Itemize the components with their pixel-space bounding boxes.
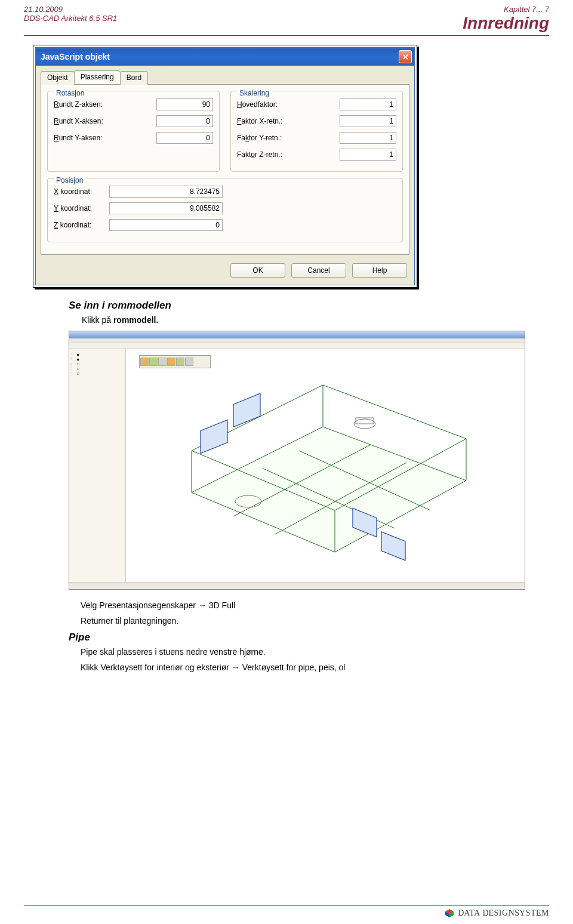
- header-title: Innredning: [463, 14, 549, 33]
- window-title: JavaScript objekt: [41, 52, 110, 61]
- svg-rect-10: [233, 393, 260, 427]
- header-app: DDS-CAD Arkitekt 6.5 SR1: [24, 14, 117, 23]
- input-scale-main[interactable]: [340, 98, 396, 110]
- window-frame: JavaScript objekt ✕ Objekt Plassering Bo…: [35, 47, 415, 285]
- tab-panel: Rotasjon Rundt Z-aksen: Rundt X-aksen: R…: [41, 84, 409, 255]
- fieldset-rotasjon: Rotasjon Rundt Z-aksen: Rundt X-aksen: R…: [47, 91, 220, 172]
- cad-menubar: [69, 338, 525, 343]
- input-scale-y[interactable]: [340, 132, 396, 144]
- label-rot-y: Rundt Y-aksen:: [54, 134, 102, 142]
- label-scale-x: Faktor X-retn.:: [237, 117, 283, 125]
- fieldset-posisjon: Posisjon X koordinat: Y koordinat: Z koo…: [47, 178, 403, 242]
- fieldset-skalering: Skalering Hovedfaktor: Faktor X-retn.: F…: [230, 91, 403, 172]
- header-chapter: Kapittel 7... 7: [504, 5, 549, 14]
- tab-objekt[interactable]: Objekt: [41, 71, 75, 85]
- tab-strip: Objekt Plassering Bord: [36, 66, 414, 84]
- svg-rect-17: [356, 418, 374, 424]
- tree-item: □: [72, 372, 123, 375]
- cad-body: ■ ■ □ □ □: [69, 349, 525, 582]
- instructions-block: Velg Presentasjonsegenskaper → 3D Full R…: [81, 600, 504, 626]
- input-pos-y[interactable]: [109, 202, 223, 214]
- heading-rommodell: Se inn i rommodellen: [69, 300, 504, 312]
- input-pos-z[interactable]: [109, 219, 223, 231]
- text-presentasjon: Velg Presentasjonsegenskaper → 3D Full: [81, 600, 504, 610]
- dialog-screenshot: JavaScript objekt ✕ Objekt Plassering Bo…: [33, 45, 417, 288]
- text-returner: Returner til plantegningen.: [81, 616, 504, 626]
- text-pipe-toolset: Klikk Verktøysett for interiør og ekster…: [81, 663, 504, 672]
- page-footer: DATA DESIGNSYSTEM: [0, 908, 573, 924]
- section-rommodell: Se inn i rommodellen Klikk på rommodell.: [69, 300, 504, 325]
- tree-item: ■: [72, 358, 123, 361]
- label-scale-y: Faktor Y-retn.:: [237, 134, 282, 142]
- header-right: Kapittel 7... 7 Innredning: [463, 5, 549, 33]
- tree-item: ■: [72, 353, 123, 356]
- help-button[interactable]: Help: [352, 263, 407, 278]
- header-date: 21.10.2009: [24, 5, 117, 14]
- header-left: 21.10.2009 DDS-CAD Arkitekt 6.5 SR1: [24, 5, 117, 23]
- input-rot-z[interactable]: [156, 98, 213, 110]
- text-klikk-rommodell: Klikk på rommodell.: [82, 315, 504, 325]
- close-icon: ✕: [402, 53, 409, 61]
- logo-cube-icon: [445, 908, 454, 918]
- pipe-block: Pipe skal plasseres i stuens nedre venst…: [81, 647, 504, 672]
- page-header: 21.10.2009 DDS-CAD Arkitekt 6.5 SR1 Kapi…: [0, 0, 573, 35]
- svg-rect-9: [201, 420, 227, 453]
- cad-tree-panel: ■ ■ □ □ □: [69, 349, 126, 582]
- legend-skalering: Skalering: [237, 89, 272, 97]
- label-scale-z: Faktor Z-retn.:: [237, 150, 282, 159]
- footer-rule: [24, 905, 549, 906]
- tree-item: □: [72, 367, 123, 371]
- text-pipe-place: Pipe skal plasseres i stuens nedre venst…: [81, 647, 504, 657]
- footer-brand-text: DATA DESIGNSYSTEM: [458, 908, 549, 918]
- input-scale-x[interactable]: [340, 115, 396, 127]
- input-pos-x[interactable]: [109, 186, 223, 198]
- titlebar[interactable]: JavaScript objekt ✕: [36, 48, 414, 66]
- legend-posisjon: Posisjon: [54, 176, 85, 184]
- input-rot-x[interactable]: [156, 115, 213, 127]
- status-segment: [512, 584, 513, 588]
- label-rot-x: Rundt X-aksen:: [54, 117, 103, 125]
- label-pos-y: Y koordinat:: [54, 204, 98, 212]
- status-segment: [520, 584, 521, 588]
- label-pos-x: X koordinat:: [54, 187, 98, 196]
- tab-bord[interactable]: Bord: [120, 71, 148, 85]
- header-rule: [24, 35, 549, 36]
- legend-rotasjon: Rotasjon: [54, 89, 87, 97]
- tab-plassering[interactable]: Plassering: [74, 70, 121, 84]
- footer-logo: DATA DESIGNSYSTEM: [445, 908, 549, 918]
- input-scale-z[interactable]: [340, 149, 396, 161]
- cad-statusbar: [69, 582, 525, 589]
- label-pos-z: Z koordinat:: [54, 221, 98, 229]
- label-scale-main: Hovedfaktor:: [237, 100, 278, 109]
- cad-titlebar: [69, 331, 525, 338]
- cad-viewport: [126, 349, 525, 582]
- ok-button[interactable]: OK: [230, 263, 285, 278]
- cad-screenshot: ■ ■ □ □ □: [69, 331, 525, 590]
- svg-rect-14: [381, 532, 405, 560]
- cancel-button[interactable]: Cancel: [291, 263, 346, 278]
- label-rot-z: Rundt Z-aksen:: [54, 100, 103, 109]
- input-rot-y[interactable]: [156, 132, 213, 144]
- tree-item: □: [72, 362, 123, 366]
- cad-toolbar: [69, 343, 525, 349]
- svg-marker-0: [192, 427, 466, 552]
- room-3d-icon: [144, 361, 502, 576]
- close-button[interactable]: ✕: [399, 50, 412, 63]
- dialog-buttons: OK Cancel Help: [36, 260, 414, 285]
- heading-pipe: Pipe: [69, 632, 573, 643]
